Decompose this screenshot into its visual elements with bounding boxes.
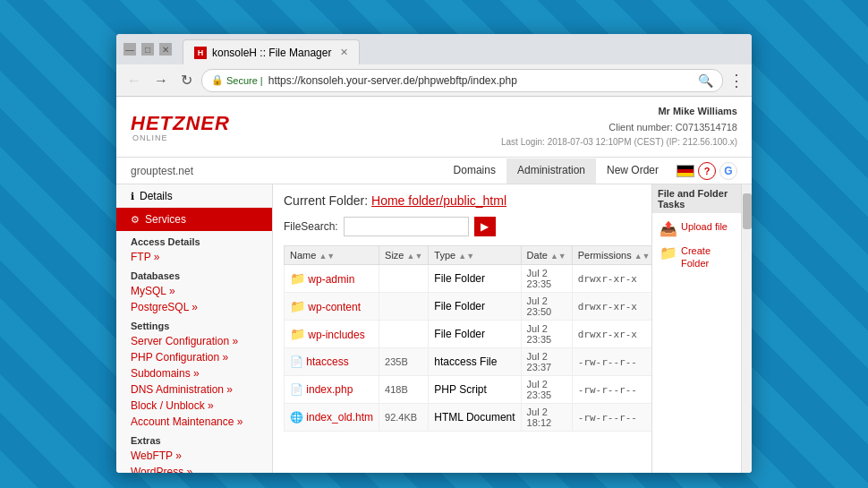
scrollbar-thumb[interactable] [743,193,752,229]
logo-sub: ONLINE [131,133,230,142]
nav-links: Domains Administration New Order [443,158,669,184]
file-link[interactable]: wp-admin [308,273,354,286]
filesearch-button[interactable]: ▶ [474,217,496,236]
cell-size [379,321,429,348]
dns-admin-link[interactable]: DNS Administration » [131,383,233,396]
access-details-heading: Access Details [116,231,272,249]
search-icon: 🔍 [698,73,713,88]
folder-icon: 📁 [290,299,305,313]
nav-new-order[interactable]: New Order [596,158,669,184]
user-name: Mr Mike Williams [501,104,737,120]
back-button[interactable]: ← [123,71,145,90]
webftp-link[interactable]: WebFTP » [131,449,182,462]
secure-label: Secure [226,75,258,86]
help-button[interactable]: ? [698,162,716,180]
table-row[interactable]: 🌐 index_old.htm 92.4KB HTML Document Jul… [285,404,652,432]
sidebar-item-postgresql[interactable]: PostgreSQL » [116,299,272,315]
php-config-link[interactable]: PHP Configuration » [131,351,228,364]
folder-label: Current Folder: [284,193,368,208]
subdomains-link[interactable]: Subdomains » [131,367,200,380]
hetzner-header: HETZNER ONLINE Mr Mike Williams Client n… [116,97,752,158]
extras-heading: Extras [116,430,272,448]
cell-size: 235B [379,348,429,376]
col-permissions: Permissions ▲▼ [572,246,651,265]
window-controls: — □ ✕ [123,43,172,56]
sidebar-item-account-maintenance[interactable]: Account Maintenance » [116,414,272,430]
minimize-button[interactable]: — [123,43,136,56]
google-button[interactable]: G [719,162,737,180]
table-row[interactable]: 📄 htaccess 235B htaccess File Jul 223:37… [285,348,652,376]
last-login: Last Login: 2018-07-03 12:10PM (CEST) (I… [501,135,737,150]
separator: | [260,75,263,86]
sidebar-item-subdomains[interactable]: Subdomains » [116,365,272,381]
panel-actions: 📤 Upload file 📁 Create Folder [660,220,734,270]
cell-type: File Folder [429,265,521,293]
nav-bar: grouptest.net Domains Administration New… [116,158,752,184]
file-link[interactable]: index_old.htm [306,411,373,424]
tab-title: konsoleH :: File Manager [212,47,331,59]
services-icon: ⚙ [131,214,140,226]
nav-icons: ? G [677,162,737,180]
file-link[interactable]: htaccess [306,355,348,368]
cell-type: HTML Document [429,404,521,432]
table-row[interactable]: 📄 index.php 418B PHP Script Jul 223:35 -… [285,376,652,404]
url-text[interactable]: https://konsoleh.your-server.de/phpwebft… [268,74,693,87]
right-panel-title: File and Folder Tasks [652,184,741,213]
tab-close-button[interactable]: ✕ [340,47,348,58]
file-link[interactable]: wp-includes [308,329,364,341]
sidebar-item-php-config[interactable]: PHP Configuration » [116,349,272,365]
file-link[interactable]: index.php [306,383,353,396]
scrollbar[interactable] [741,184,752,473]
nav-administration[interactable]: Administration [506,158,596,184]
postgresql-link[interactable]: PostgreSQL » [131,301,198,313]
file-table-body: 📁 wp-admin File Folder Jul 223:35 drwxr-… [285,265,652,432]
file-search-bar: FileSearch: ▶ [284,217,641,236]
nav-domains[interactable]: Domains [443,158,506,184]
cell-size: 418B [379,376,429,404]
active-tab[interactable]: H konsoleH :: File Manager ✕ [183,39,360,64]
forward-button[interactable]: → [150,71,172,90]
filesearch-input[interactable] [344,217,469,236]
file-link[interactable]: wp-content [308,301,361,313]
cell-name: 📁 wp-includes [285,321,379,348]
sidebar-item-services[interactable]: ⚙ Services [116,208,272,231]
address-box[interactable]: 🔒 Secure | https://konsoleh.your-server.… [201,69,723,92]
sidebar-item-ftp[interactable]: FTP » [116,249,272,265]
close-button[interactable]: ✕ [159,43,172,56]
cell-size [379,265,429,293]
wordpress-link[interactable]: WordPress » [131,466,192,473]
cell-date: Jul 218:12 [521,404,572,432]
sidebar-item-mysql[interactable]: MySQL » [116,283,272,299]
flag-icon[interactable] [677,165,694,177]
sidebar-item-block-unblock[interactable]: Block / Unblock » [116,398,272,414]
block-unblock-link[interactable]: Block / Unblock » [131,399,214,412]
panel-action[interactable]: 📁 Create Folder [660,244,734,270]
table-row[interactable]: 📁 wp-includes File Folder Jul 223:35 drw… [285,321,652,348]
mysql-link[interactable]: MySQL » [131,285,175,297]
folder-path[interactable]: Home folder/public_html [371,193,506,208]
server-config-link[interactable]: Server Configuration » [131,335,238,347]
filesearch-label: FileSearch: [284,220,338,233]
ftp-link[interactable]: FTP » [131,251,159,263]
cell-type: File Folder [429,293,521,321]
table-row[interactable]: 📁 wp-content File Folder Jul 223:50 drwx… [285,293,652,321]
maximize-button[interactable]: □ [141,43,154,56]
file-icon: 📄 [290,355,303,368]
sidebar-item-webftp[interactable]: WebFTP » [116,448,272,464]
panel-action-text[interactable]: Create Folder [681,244,734,270]
reload-button[interactable]: ↻ [177,70,196,90]
panel-action-text[interactable]: Upload file [681,220,728,233]
cell-name: 📄 htaccess [285,348,379,376]
sidebar-item-wordpress[interactable]: WordPress » [116,464,272,473]
cell-permissions: -rw-r--r-- [572,348,651,376]
main-layout: ℹ Details ⚙ Services Access Details FTP … [116,184,752,473]
sidebar-item-details[interactable]: ℹ Details [116,184,272,208]
col-type: Type ▲▼ [429,246,521,265]
sidebar-item-server-config[interactable]: Server Configuration » [116,333,272,349]
panel-action[interactable]: 📤 Upload file [660,220,734,237]
cell-size [379,293,429,321]
table-row[interactable]: 📁 wp-admin File Folder Jul 223:35 drwxr-… [285,265,652,293]
sidebar-item-dns-admin[interactable]: DNS Administration » [116,381,272,398]
browser-menu-button[interactable]: ⋮ [728,71,745,90]
account-maintenance-link[interactable]: Account Maintenance » [131,415,243,428]
